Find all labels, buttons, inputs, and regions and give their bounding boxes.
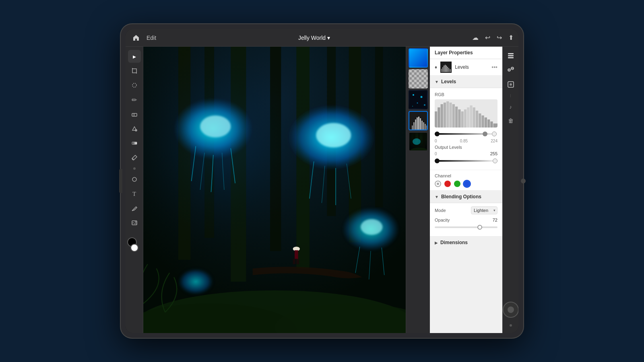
svg-rect-81 — [470, 105, 472, 128]
effects-panel-icon[interactable]: ♪ — [505, 101, 516, 113]
canvas-area[interactable] — [143, 47, 406, 333]
svg-rect-82 — [473, 107, 475, 128]
opacity-slider-thumb[interactable] — [477, 225, 482, 230]
layer-thumbnail-1[interactable] — [409, 48, 428, 68]
masks-panel-icon[interactable] — [505, 79, 516, 90]
mode-select[interactable]: Lighten Normal Multiply Screen Overlay — [471, 206, 497, 214]
undo-icon[interactable]: ↩ — [485, 34, 490, 41]
dimensions-arrow: ▶ — [435, 241, 438, 245]
properties-panel-header: Layer Properties — [430, 47, 502, 59]
svg-rect-69 — [435, 111, 437, 128]
channel-green[interactable] — [454, 181, 460, 187]
svg-rect-35 — [143, 47, 406, 333]
blending-title: Blending Options — [441, 194, 481, 200]
crop-tool[interactable] — [128, 64, 141, 77]
svg-rect-62 — [444, 66, 444, 72]
image-tool[interactable] — [128, 216, 141, 229]
svg-rect-43 — [412, 125, 413, 130]
blending-section: ▼ Blending Options Mode Lighten Normal M — [430, 191, 502, 237]
background-color[interactable] — [130, 244, 138, 252]
home-icon[interactable] — [130, 32, 142, 43]
tablet-frame: Edit Jelly World ▾ ☁ ↩ ↪ ⬆ ▸ — [121, 24, 523, 338]
fill-tool[interactable] — [128, 122, 141, 135]
select-tool[interactable]: ▸ — [128, 50, 141, 63]
channel-blue[interactable] — [464, 181, 470, 187]
cloud-icon[interactable]: ☁ — [472, 34, 479, 41]
channel-red[interactable] — [444, 181, 451, 187]
output-levels-label: Output Levels — [435, 145, 497, 150]
svg-rect-78 — [461, 111, 464, 128]
layers-panel-icon[interactable] — [505, 50, 516, 61]
tablet-home-button[interactable] — [521, 179, 526, 183]
layer-row: ♦ Level — [430, 59, 502, 76]
app-screen: Edit Jelly World ▾ ☁ ↩ ↪ ⬆ ▸ — [126, 29, 518, 333]
svg-rect-44 — [413, 122, 415, 130]
svg-rect-67 — [450, 69, 451, 72]
svg-rect-70 — [438, 107, 440, 128]
svg-rect-90 — [508, 53, 514, 54]
eyedropper-tool[interactable] — [128, 151, 141, 164]
top-bar: Edit Jelly World ▾ ☁ ↩ ↪ ⬆ — [126, 29, 518, 47]
svg-point-9 — [132, 177, 136, 181]
svg-rect-72 — [444, 103, 446, 128]
input-mid-label: 0.85 — [460, 139, 468, 143]
eraser-tool[interactable] — [128, 108, 141, 121]
adjustments-panel-icon[interactable] — [505, 64, 516, 76]
layer-more-button[interactable]: ••• — [491, 64, 497, 70]
main-content: ▸ ✏ — [126, 47, 518, 333]
tool-separator — [133, 167, 136, 170]
svg-rect-92 — [508, 57, 514, 58]
layer-thumbnail-2[interactable] — [409, 69, 428, 88]
svg-rect-80 — [467, 107, 469, 128]
output-black-slider[interactable] — [435, 158, 440, 163]
document-title[interactable]: Jelly World ▾ — [298, 35, 330, 41]
layers-panel — [406, 47, 430, 333]
svg-point-11 — [135, 222, 136, 223]
histogram — [435, 99, 497, 128]
levels-section-header[interactable]: ▼ Levels — [430, 76, 502, 88]
opacity-label-row: Opacity 72 — [435, 218, 497, 222]
svg-rect-60 — [441, 69, 442, 72]
shape-tool[interactable] — [128, 173, 141, 186]
svg-point-3 — [132, 83, 136, 87]
svg-rect-79 — [464, 109, 466, 128]
lasso-tool[interactable] — [128, 79, 141, 92]
layer-type-icon: ♦ — [435, 64, 437, 70]
share-icon[interactable]: ⬆ — [508, 34, 514, 41]
svg-rect-75 — [452, 104, 455, 128]
gradient-tool[interactable] — [128, 137, 141, 150]
layer-thumbnail-3[interactable] — [409, 90, 428, 109]
svg-rect-36 — [409, 91, 428, 109]
input-slider-labels: 0 0.85 224 — [435, 139, 497, 143]
svg-rect-84 — [479, 113, 481, 128]
mid-input-slider[interactable] — [483, 132, 487, 136]
dimensions-header[interactable]: ▶ Dimensions — [430, 237, 502, 249]
mode-row: Mode Lighten Normal Multiply Screen Over… — [435, 206, 497, 214]
svg-rect-71 — [441, 104, 443, 128]
layer-thumbnail-5[interactable] — [409, 132, 428, 151]
layer-thumbnail — [440, 62, 452, 73]
pen-tool[interactable] — [128, 202, 141, 215]
output-max: 255 — [490, 151, 497, 156]
svg-point-37 — [413, 94, 414, 96]
layer-thumbnail-4[interactable] — [409, 111, 428, 130]
delete-icon[interactable]: 🗑 — [508, 117, 514, 124]
white-input-slider[interactable] — [492, 132, 497, 136]
black-input-slider[interactable] — [435, 132, 440, 136]
blending-content: Mode Lighten Normal Multiply Screen Over… — [430, 203, 502, 237]
home-circle-button[interactable] — [503, 302, 519, 318]
text-tool[interactable]: T — [128, 187, 141, 200]
redo-icon[interactable]: ↪ — [497, 34, 502, 41]
dimensions-title: Dimensions — [440, 240, 468, 245]
input-max-label: 224 — [491, 139, 497, 143]
edit-button[interactable]: Edit — [147, 35, 156, 41]
dimensions-section: ▶ Dimensions — [430, 237, 502, 249]
blending-section-header[interactable]: ▼ Blending Options — [430, 191, 502, 203]
svg-rect-63 — [445, 65, 446, 72]
brush-tool[interactable]: ✏ — [128, 93, 141, 106]
svg-point-39 — [417, 103, 418, 104]
svg-point-40 — [424, 104, 425, 106]
channel-composite[interactable] — [435, 181, 441, 187]
output-white-slider[interactable] — [493, 158, 497, 163]
opacity-value: 72 — [493, 218, 497, 222]
